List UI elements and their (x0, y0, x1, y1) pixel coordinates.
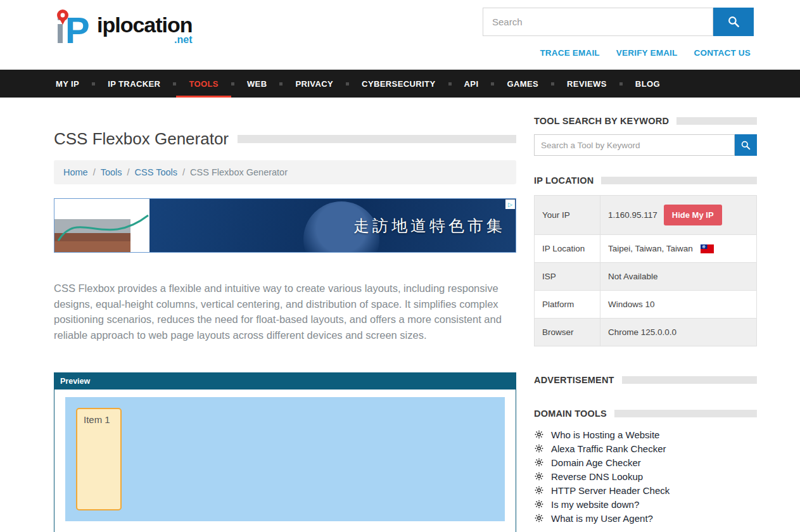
heading-decorative-bar (622, 376, 757, 384)
site-search-button[interactable] (713, 8, 754, 36)
gear-icon (534, 443, 544, 453)
heading-decorative-bar (601, 177, 757, 184)
breadcrumb-tools[interactable]: Tools (101, 167, 122, 177)
tool-description: CSS Flexbox provides a flexible and intu… (54, 281, 516, 343)
breadcrumb-current: CSS Flexbox Generator (190, 167, 288, 177)
list-item: Alexa Traffic Rank Checker (534, 441, 757, 455)
domain-tools-list: Who is Hosting a Website Alexa Traffic R… (534, 428, 757, 525)
list-item: What is my User Agent? (534, 511, 757, 525)
heading-decorative-bar (676, 117, 757, 125)
domain-tool-link[interactable]: Is my website down? (551, 499, 639, 510)
domain-tool-link[interactable]: Who is Hosting a Website (551, 429, 659, 440)
table-row: ISP Not Available (535, 263, 757, 291)
domain-tool-link[interactable]: What is my User Agent? (551, 513, 653, 524)
ip-location-table: Your IP 1.160.95.117 Hide My IP IP Locat… (534, 195, 757, 346)
site-search-input[interactable] (483, 8, 713, 36)
svg-text:P: P (65, 10, 90, 51)
list-item: Who is Hosting a Website (534, 428, 757, 441)
table-row: Platform Windows 10 (535, 291, 757, 319)
logo-ip-pin-icon: i P (54, 8, 96, 51)
tool-search-button[interactable] (735, 134, 757, 156)
search-icon (740, 140, 751, 151)
breadcrumb-home[interactable]: Home (63, 167, 88, 177)
nav-item-api[interactable]: API (452, 70, 492, 98)
list-item: Domain Age Checker (534, 455, 757, 469)
breadcrumb-separator: / (127, 167, 130, 177)
contact-us-link[interactable]: CONTACT US (694, 48, 751, 58)
advertisement-heading: ADVERTISEMENT (534, 375, 614, 385)
table-row: IP Location Taipei, Taiwan, Taiwan (535, 235, 757, 263)
table-row: Browser Chrome 125.0.0.0 (535, 319, 757, 346)
list-item: Is my website down? (534, 497, 757, 511)
breadcrumb-separator: / (93, 167, 96, 177)
logo-text: iplocation (97, 13, 193, 37)
domain-tool-link[interactable]: HTTP Server Header Check (551, 485, 670, 496)
tool-search-heading: TOOL SEARCH BY KEYWORD (534, 116, 669, 126)
nav-item-ip-tracker[interactable]: IP TRACKER (95, 70, 173, 98)
domain-tool-link[interactable]: Domain Age Checker (551, 457, 641, 468)
page-content: CSS Flexbox Generator Home / Tools / CSS… (0, 98, 800, 532)
domain-tools-heading: DOMAIN TOOLS (534, 408, 607, 419)
nav-item-cybersecurity[interactable]: CYBERSECURITY (349, 70, 448, 98)
ip-row-value-cell: Taipei, Taiwan, Taiwan (600, 235, 757, 263)
ip-row-label: Your IP (535, 196, 600, 235)
search-icon (727, 15, 740, 28)
hide-my-ip-button[interactable]: Hide My IP (664, 205, 722, 225)
breadcrumb-separator: / (182, 167, 185, 177)
gear-icon (534, 513, 544, 523)
your-ip-value: 1.160.95.117 (608, 210, 657, 220)
flexbox-preview-widget: Preview Item 1 (54, 372, 516, 532)
ad-curve-graphic (54, 199, 149, 252)
site-logo[interactable]: i P iplocation .net (54, 8, 193, 51)
preview-flex-container: Item 1 (65, 397, 505, 521)
logo-wordmark: iplocation .net (97, 13, 193, 46)
list-item: HTTP Server Header Check (534, 483, 757, 497)
ad-text: 走訪地道特色市集 (353, 215, 505, 236)
preview-flex-item: Item 1 (76, 408, 122, 510)
ip-location-value: Taipei, Taiwan, Taiwan (608, 244, 693, 253)
breadcrumb-css-tools[interactable]: CSS Tools (135, 167, 177, 177)
adchoices-icon[interactable]: ▷ (505, 200, 515, 209)
nav-item-web[interactable]: WEB (234, 70, 280, 98)
tool-search-input[interactable] (534, 134, 735, 156)
ad-main-image: 走訪地道特色市集 (149, 199, 516, 252)
breadcrumb: Home / Tools / CSS Tools / CSS Flexbox G… (54, 160, 516, 184)
tool-search (534, 134, 757, 156)
header-links: TRACE EMAIL VERIFY EMAIL CONTACT US (540, 48, 751, 58)
nav-item-tools[interactable]: TOOLS (176, 70, 231, 98)
preview-body: Item 1 (54, 390, 516, 532)
advertisement-heading-row: ADVERTISEMENT (534, 375, 757, 385)
nav-item-my-ip[interactable]: MY IP (54, 70, 92, 98)
nav-item-privacy[interactable]: PRIVACY (283, 70, 346, 98)
gear-icon (534, 485, 544, 495)
domain-tool-link[interactable]: Reverse DNS Lookup (551, 471, 643, 482)
sidebar: TOOL SEARCH BY KEYWORD IP LOCATION Your … (534, 98, 757, 532)
nav-item-reviews[interactable]: REVIEWS (554, 70, 619, 98)
main-column: CSS Flexbox Generator Home / Tools / CSS… (54, 98, 516, 532)
taiwan-flag-icon (701, 244, 714, 253)
ad-left-image (54, 199, 149, 252)
nav-item-games[interactable]: GAMES (494, 70, 551, 98)
page-title-row: CSS Flexbox Generator (54, 129, 516, 149)
gear-icon (534, 499, 544, 509)
ip-row-label: ISP (535, 263, 600, 291)
domain-tool-link[interactable]: Alexa Traffic Rank Checker (551, 443, 666, 454)
ip-row-label: Platform (535, 291, 600, 319)
platform-value: Windows 10 (600, 291, 757, 319)
verify-email-link[interactable]: VERIFY EMAIL (616, 48, 678, 58)
trace-email-link[interactable]: TRACE EMAIL (540, 48, 599, 58)
gear-icon (534, 429, 544, 440)
nav-item-blog[interactable]: BLOG (623, 70, 673, 98)
page-title: CSS Flexbox Generator (54, 129, 229, 149)
list-item: Reverse DNS Lookup (534, 469, 757, 483)
tool-search-heading-row: TOOL SEARCH BY KEYWORD (534, 116, 757, 126)
browser-value: Chrome 125.0.0.0 (600, 319, 757, 346)
gear-icon (534, 471, 544, 481)
heading-decorative-bar (614, 410, 757, 417)
ad-banner[interactable]: 走訪地道特色市集 ▷ (54, 198, 516, 253)
ip-row-value-cell: 1.160.95.117 Hide My IP (600, 196, 757, 235)
site-search (483, 8, 754, 36)
ip-location-heading: IP LOCATION (534, 175, 594, 186)
site-header: i P iplocation .net TRACE EMAIL VERIFY E… (0, 0, 800, 70)
main-nav: MY IP IP TRACKER TOOLS WEB PRIVACY CYBER… (0, 70, 800, 98)
